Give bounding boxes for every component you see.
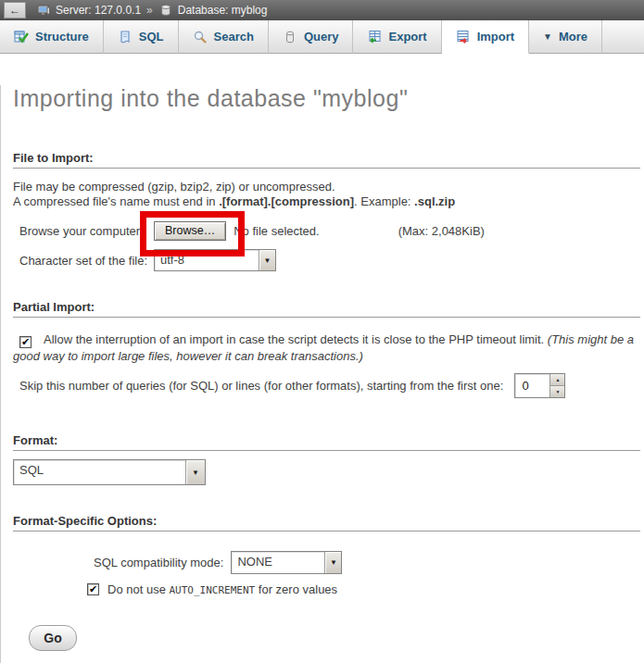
tab-bar: Structure SQL Search xyxy=(0,20,644,54)
tab-label: Import xyxy=(477,30,514,44)
tab-sql[interactable]: SQL xyxy=(104,20,179,54)
server-icon xyxy=(36,3,51,18)
skip-queries-stepper[interactable]: 0 ▲ ▼ xyxy=(514,373,565,398)
sql-compatibility-select[interactable]: NONE ▼ xyxy=(231,551,342,574)
breadcrumb: ← Server: 127.0.0.1 » Database: myblog xyxy=(0,0,644,20)
sql-document-icon xyxy=(118,30,133,44)
stepper-down-icon[interactable]: ▼ xyxy=(550,385,564,397)
tab-label: More xyxy=(559,30,587,44)
note-line2-prefix: A compressed file's name must end in xyxy=(13,194,219,208)
tab-label: Export xyxy=(388,30,426,44)
stepper-buttons: ▲ ▼ xyxy=(549,374,564,397)
tab-import[interactable]: Import xyxy=(442,20,529,54)
browse-file-row: Browse your computer: Browse… No file se… xyxy=(19,221,644,241)
skip-queries-value[interactable]: 0 xyxy=(515,374,549,397)
section-heading-format-specific: Format-Specific Options: xyxy=(13,514,640,532)
auto-increment-checkbox[interactable]: ✔ xyxy=(87,583,99,595)
file-import-note: File may be compressed (gzip, bzip2, zip… xyxy=(13,180,644,209)
charset-label: Character set of the file: xyxy=(19,254,154,268)
note-format-compression: .[format].[compression] xyxy=(219,194,354,208)
browse-button[interactable]: Browse… xyxy=(154,221,226,241)
note-line1: File may be compressed (gzip, bzip2, zip… xyxy=(13,180,335,194)
tab-export[interactable]: Export xyxy=(353,20,441,54)
section-heading-partial-import: Partial Import: xyxy=(13,300,640,318)
tab-query[interactable]: Query xyxy=(269,20,354,54)
import-table-arrow-icon xyxy=(456,30,471,44)
skip-queries-row: Skip this number of queries (for SQL) or… xyxy=(19,373,644,398)
database-icon xyxy=(158,3,173,18)
stepper-up-icon[interactable]: ▲ xyxy=(550,374,564,385)
allow-interruption-checkbox[interactable]: ✔ xyxy=(19,336,32,348)
breadcrumb-separator: » xyxy=(146,4,153,17)
note-sqlzip-example: .sql.zip xyxy=(414,194,455,208)
tab-structure[interactable]: Structure xyxy=(0,20,104,54)
charset-selected-value: utf-8 xyxy=(155,250,259,270)
tab-label: Query xyxy=(304,30,339,44)
tab-label: SQL xyxy=(139,30,164,44)
browse-label: Browse your computer: xyxy=(19,224,154,238)
sql-compatibility-value: NONE xyxy=(232,552,324,573)
go-button[interactable]: Go xyxy=(29,625,77,651)
tab-label: Structure xyxy=(35,30,89,44)
auto-increment-label: Do not use AUTO_INCREMENT for zero value… xyxy=(107,582,337,596)
auto-increment-row: ✔ Do not use AUTO_INCREMENT for zero val… xyxy=(87,582,644,596)
chevron-down-icon[interactable]: ▼ xyxy=(324,552,341,573)
sql-compatibility-label: SQL compatibility mode: xyxy=(94,556,223,569)
skip-queries-label: Skip this number of queries (for SQL) or… xyxy=(19,379,503,393)
chevron-down-icon: ▼ xyxy=(543,31,552,42)
allow-interruption-label: Allow the interruption of an import in c… xyxy=(44,332,548,346)
max-size-text: (Max: 2,048KiB) xyxy=(398,224,485,238)
tab-bar-filler xyxy=(602,20,644,54)
charset-row: Character set of the file: utf-8 ▼ xyxy=(19,249,644,271)
no-file-selected-text: No file selected. xyxy=(234,224,320,238)
tab-label: Search xyxy=(214,30,254,44)
phpmyadmin-import-page: ← Server: 127.0.0.1 » Database: myblog xyxy=(0,0,644,663)
format-selected-value: SQL xyxy=(14,460,185,484)
section-heading-file-to-import: File to Import: xyxy=(13,151,640,169)
tab-search[interactable]: Search xyxy=(179,20,269,54)
auto-increment-code: AUTO_INCREMENT xyxy=(170,584,256,596)
format-select[interactable]: SQL ▼ xyxy=(13,459,206,485)
section-heading-format: Format: xyxy=(13,433,640,451)
chevron-down-icon[interactable]: ▼ xyxy=(185,460,205,484)
note-line2-mid: . Example: xyxy=(354,194,414,208)
back-button[interactable]: ← xyxy=(4,2,26,19)
page-title: Importing into the database "myblog" xyxy=(13,85,644,112)
breadcrumb-server-link[interactable]: Server: 127.0.0.1 xyxy=(56,4,141,17)
charset-select[interactable]: utf-8 ▼ xyxy=(154,249,276,271)
export-table-arrow-icon xyxy=(367,30,382,44)
allow-interruption-row: ✔Allow the interruption of an import in … xyxy=(13,332,644,365)
tab-more[interactable]: ▼ More xyxy=(529,20,602,54)
sql-compatibility-row: SQL compatibility mode: NONE ▼ xyxy=(94,551,644,574)
structure-table-icon xyxy=(14,30,29,44)
search-magnifier-icon xyxy=(193,30,208,44)
query-cylinder-icon xyxy=(283,30,297,44)
main-content: Importing into the database "myblog" Fil… xyxy=(0,85,644,663)
chevron-down-icon[interactable]: ▼ xyxy=(259,250,275,270)
breadcrumb-database-link[interactable]: Database: myblog xyxy=(178,4,268,17)
